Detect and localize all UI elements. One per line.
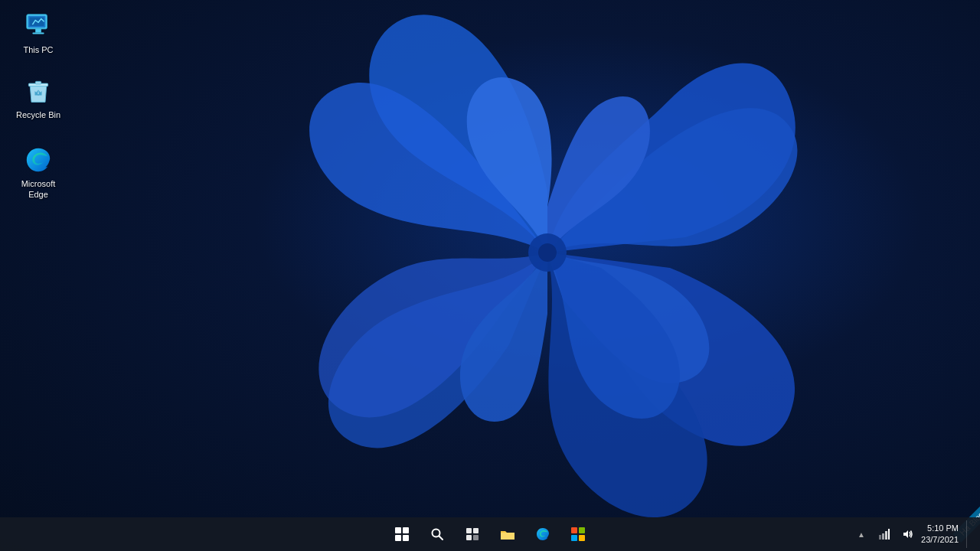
taskbar: ▲ 5:10 PM (0, 517, 980, 551)
svg-rect-12 (473, 528, 479, 533)
this-pc-label: This PC (23, 44, 53, 55)
svg-rect-5 (32, 33, 44, 34)
svg-rect-18 (579, 535, 585, 541)
svg-rect-19 (879, 535, 881, 540)
taskbar-center (386, 518, 594, 550)
microsoft-edge-label: Microsoft Edge (11, 178, 66, 201)
clock-date: 23/7/2021 (921, 534, 959, 546)
svg-rect-8 (35, 81, 41, 84)
svg-rect-4 (35, 29, 41, 33)
search-button[interactable] (421, 518, 453, 550)
start-button[interactable] (386, 518, 418, 550)
volume-icon[interactable] (898, 525, 916, 543)
clock-time: 5:10 PM (921, 523, 959, 534)
svg-line-10 (439, 536, 443, 540)
edge-taskbar-button[interactable] (527, 518, 559, 550)
svg-rect-15 (571, 527, 577, 533)
svg-rect-17 (571, 535, 577, 541)
svg-rect-13 (466, 535, 472, 540)
system-clock[interactable]: 5:10 PM 23/7/2021 (921, 523, 959, 546)
svg-rect-20 (882, 533, 884, 540)
system-tray: ▲ 5:10 PM (852, 520, 971, 548)
task-view-button[interactable] (456, 518, 488, 550)
svg-rect-21 (885, 531, 887, 540)
this-pc-icon[interactable]: This PC (8, 8, 69, 58)
svg-rect-22 (888, 529, 890, 540)
svg-rect-11 (466, 528, 472, 533)
file-explorer-button[interactable] (492, 518, 524, 550)
svg-rect-14 (473, 535, 479, 540)
tray-overflow-button[interactable]: ▲ (852, 525, 871, 543)
show-desktop-button[interactable] (966, 520, 971, 548)
store-button[interactable] (562, 518, 594, 550)
recycle-bin-label: Recycle Bin (16, 109, 60, 120)
recycle-bin-icon[interactable]: Recycle Bin (8, 73, 69, 123)
svg-point-1 (538, 243, 557, 262)
microsoft-edge-icon[interactable]: Microsoft Edge (8, 142, 69, 204)
svg-point-0 (528, 233, 567, 272)
desktop: This PC Recycle Bin (0, 0, 980, 551)
network-icon[interactable] (875, 525, 893, 543)
svg-rect-16 (579, 527, 585, 533)
